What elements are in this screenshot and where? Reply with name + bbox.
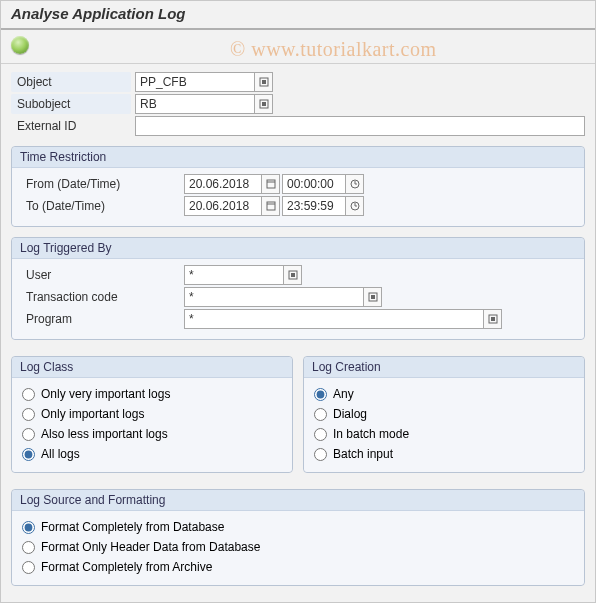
svg-rect-4	[267, 180, 275, 188]
svg-rect-1	[262, 80, 266, 84]
to-time-f4-icon[interactable]	[346, 196, 364, 216]
group-title-time: Time Restriction	[12, 147, 584, 168]
row-to: To (Date/Time)	[20, 196, 576, 216]
group-title-log-creation: Log Creation	[304, 357, 584, 378]
label-to: To (Date/Time)	[20, 196, 180, 216]
label-user: User	[20, 265, 180, 285]
external-id-input[interactable]	[135, 116, 585, 136]
row-object: Object	[11, 72, 585, 92]
app-window: Analyse Application Log © www.tutorialka…	[0, 0, 596, 603]
svg-rect-9	[267, 202, 275, 210]
radio-log-creation-1[interactable]: Dialog	[312, 404, 576, 424]
object-input[interactable]	[135, 72, 255, 92]
radio-label: Any	[333, 387, 354, 401]
execute-icon[interactable]	[11, 36, 29, 54]
row-program: Program	[20, 309, 576, 329]
log-creation-body: Any Dialog In batch mode Batch input	[304, 378, 584, 472]
radio-label: Also less important logs	[41, 427, 168, 441]
tcode-input[interactable]	[184, 287, 364, 307]
object-f4-icon[interactable]	[255, 72, 273, 92]
radio-source-0[interactable]: Format Completely from Database	[20, 517, 576, 537]
label-program: Program	[20, 309, 180, 329]
radio-label: In batch mode	[333, 427, 409, 441]
radio-label: Only important logs	[41, 407, 144, 421]
group-log-creation: Log Creation Any Dialog In batch mode Ba…	[303, 356, 585, 473]
program-f4-icon[interactable]	[484, 309, 502, 329]
svg-rect-3	[262, 102, 266, 106]
log-source-body: Format Completely from Database Format O…	[12, 511, 584, 585]
label-external-id: External ID	[11, 116, 131, 136]
svg-rect-19	[491, 317, 495, 321]
group-log-source: Log Source and Formatting Format Complet…	[11, 489, 585, 586]
radio-label: All logs	[41, 447, 80, 461]
user-f4-icon[interactable]	[284, 265, 302, 285]
to-date-f4-icon[interactable]	[262, 196, 280, 216]
group-title-triggered: Log Triggered By	[12, 238, 584, 259]
from-time-input[interactable]	[282, 174, 346, 194]
label-tcode: Transaction code	[20, 287, 180, 307]
radio-log-creation-2[interactable]: In batch mode	[312, 424, 576, 444]
radio-log-class-1[interactable]: Only important logs	[20, 404, 284, 424]
row-external-id: External ID	[11, 116, 585, 136]
radio-log-class-0[interactable]: Only very important logs	[20, 384, 284, 404]
radio-label: Only very important logs	[41, 387, 170, 401]
radio-label: Dialog	[333, 407, 367, 421]
from-date-input[interactable]	[184, 174, 262, 194]
content-area: Object Subobject External ID Time Restri…	[1, 64, 595, 600]
toolbar	[1, 30, 595, 64]
row-class-creation: Log Class Only very important logs Only …	[11, 346, 585, 479]
from-date-f4-icon[interactable]	[262, 174, 280, 194]
radio-log-creation-3[interactable]: Batch input	[312, 444, 576, 464]
subobject-f4-icon[interactable]	[255, 94, 273, 114]
page-title: Analyse Application Log	[1, 1, 595, 30]
radio-label: Batch input	[333, 447, 393, 461]
group-time-restriction: Time Restriction From (Date/Time) To (Da…	[11, 146, 585, 227]
row-user: User	[20, 265, 576, 285]
group-log-class: Log Class Only very important logs Only …	[11, 356, 293, 473]
subobject-input[interactable]	[135, 94, 255, 114]
radio-source-1[interactable]: Format Only Header Data from Database	[20, 537, 576, 557]
radio-label: Format Completely from Database	[41, 520, 224, 534]
from-time-f4-icon[interactable]	[346, 174, 364, 194]
label-from: From (Date/Time)	[20, 174, 180, 194]
svg-rect-17	[371, 295, 375, 299]
row-subobject: Subobject	[11, 94, 585, 114]
radio-label: Format Completely from Archive	[41, 560, 212, 574]
to-time-input[interactable]	[282, 196, 346, 216]
tcode-f4-icon[interactable]	[364, 287, 382, 307]
label-object: Object	[11, 72, 131, 92]
program-input[interactable]	[184, 309, 484, 329]
label-subobject: Subobject	[11, 94, 131, 114]
row-from: From (Date/Time)	[20, 174, 576, 194]
group-title-log-source: Log Source and Formatting	[12, 490, 584, 511]
svg-rect-15	[291, 273, 295, 277]
radio-log-creation-0[interactable]: Any	[312, 384, 576, 404]
log-class-body: Only very important logs Only important …	[12, 378, 292, 472]
radio-log-class-3[interactable]: All logs	[20, 444, 284, 464]
row-tcode: Transaction code	[20, 287, 576, 307]
radio-log-class-2[interactable]: Also less important logs	[20, 424, 284, 444]
to-date-input[interactable]	[184, 196, 262, 216]
group-title-log-class: Log Class	[12, 357, 292, 378]
radio-label: Format Only Header Data from Database	[41, 540, 260, 554]
radio-source-2[interactable]: Format Completely from Archive	[20, 557, 576, 577]
group-triggered-by: Log Triggered By User Transaction code P…	[11, 237, 585, 340]
user-input[interactable]	[184, 265, 284, 285]
